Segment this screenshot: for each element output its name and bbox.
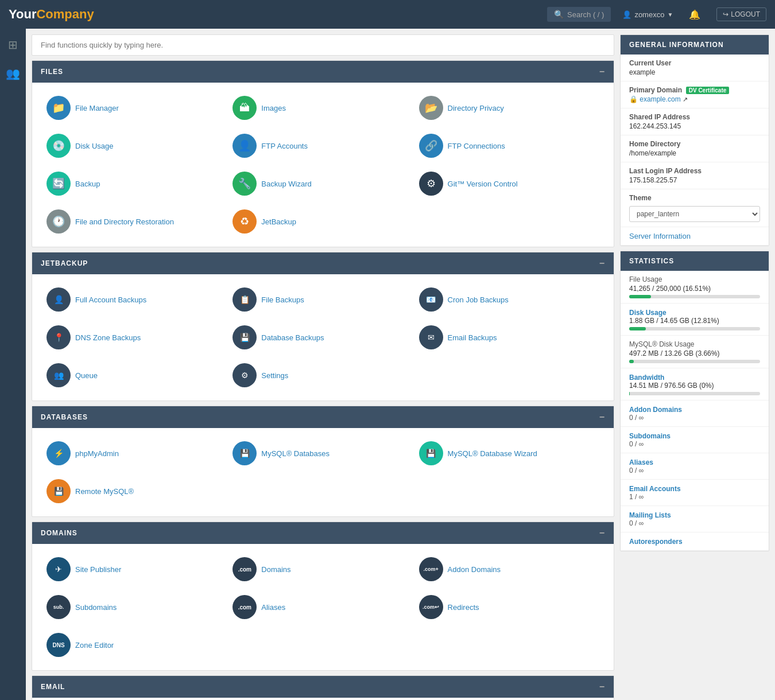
jetbackup-collapse-icon[interactable]: − [599, 258, 605, 269]
list-item[interactable]: .com+ Addon Domains [416, 553, 602, 586]
list-item[interactable]: 💾 MySQL® Database Wizard [416, 437, 602, 470]
list-item[interactable]: DNS Zone Editor [44, 628, 230, 662]
theme-select[interactable]: paper_lantern [629, 206, 760, 222]
logout-button[interactable]: ↪ LOGOUT [716, 7, 766, 21]
list-item[interactable]: 🔄 Backup [44, 167, 230, 200]
user-menu[interactable]: 👤 zomexco ▼ [622, 10, 673, 19]
dv-certificate-link[interactable]: DV Certificate [686, 87, 730, 94]
ftp-accounts-link[interactable]: FTP Accounts [261, 142, 308, 150]
list-item[interactable]: 👤 FTP Accounts [230, 129, 416, 162]
domains-collapse-icon[interactable]: − [599, 528, 605, 538]
primary-domain-label: Primary Domain DV Certificate [629, 86, 760, 94]
shared-ip-row: Shared IP Address 162.244.253.145 [621, 108, 769, 135]
list-item[interactable]: 👥 Queue [44, 359, 230, 392]
phpmyadmin-link[interactable]: phpMyAdmin [75, 449, 119, 458]
directory-privacy-link[interactable]: Directory Privacy [448, 104, 504, 112]
list-item[interactable]: ⚙ Settings [230, 359, 416, 392]
file-backups-link[interactable]: File Backups [261, 295, 304, 304]
files-collapse-icon[interactable]: − [599, 67, 605, 77]
domain-link[interactable]: example.com [640, 95, 680, 103]
zone-editor-link[interactable]: Zone Editor [75, 641, 114, 650]
database-backups-link[interactable]: Database Backups [261, 333, 324, 342]
autoresponders-stat-link[interactable]: Autoresponders [629, 538, 683, 546]
list-item[interactable]: ✉ Email Backups [416, 321, 602, 354]
images-link[interactable]: Images [261, 104, 286, 112]
statistics-header: STATISTICS [621, 251, 769, 271]
mysql-wizard-link[interactable]: MySQL® Database Wizard [448, 449, 537, 458]
theme-label: Theme [629, 194, 760, 202]
subdomains-stat-link[interactable]: Subdomains [629, 432, 671, 440]
list-item[interactable]: 📂 Directory Privacy [416, 91, 602, 125]
git-link[interactable]: Git™ Version Control [448, 180, 518, 188]
list-item[interactable]: ♻ JetBackup [230, 205, 416, 238]
domains-link[interactable]: Domains [261, 565, 290, 574]
email-backups-link[interactable]: Email Backups [448, 333, 497, 342]
jetbackup-section-header[interactable]: JETBACKUP − [32, 252, 614, 274]
aliases-stat-link[interactable]: Aliases [629, 458, 653, 466]
domains-section-header[interactable]: DOMAINS − [32, 522, 614, 544]
list-item[interactable]: 💾 Remote MySQL® [44, 475, 230, 508]
addon-domains-link[interactable]: Addon Domains [448, 565, 501, 574]
databases-section-header[interactable]: DATABASES − [32, 406, 614, 428]
search-box[interactable]: 🔍 Search ( / ) [547, 7, 611, 22]
list-item[interactable]: sub. Subdomains [44, 590, 230, 624]
mailing-lists-stat-link[interactable]: Mailing Lists [629, 511, 671, 519]
list-item[interactable]: 🕐 File and Directory Restoration [44, 205, 230, 238]
file-manager-link[interactable]: File Manager [75, 104, 119, 112]
list-item[interactable]: .com Domains [230, 553, 416, 586]
site-publisher-link[interactable]: Site Publisher [75, 565, 121, 574]
user-icon: 👤 [622, 10, 631, 19]
list-item[interactable]: 💾 MySQL® Databases [230, 437, 416, 470]
jetbackup-link[interactable]: JetBackup [261, 217, 296, 226]
bandwidth-link[interactable]: Bandwidth [629, 374, 664, 382]
list-item[interactable]: 📁 File Manager [44, 91, 230, 125]
list-item[interactable]: .com Aliases [230, 590, 416, 624]
email-section-header[interactable]: EMAIL − [32, 676, 614, 698]
disk-usage-link[interactable]: Disk Usage [75, 142, 113, 150]
quick-search-input[interactable] [41, 41, 605, 49]
list-item[interactable]: 🔗 FTP Connections [416, 129, 602, 162]
files-section-header[interactable]: FILES − [32, 61, 614, 83]
list-item[interactable]: 👤 Full Account Backups [44, 283, 230, 316]
subdomains-link[interactable]: Subdomains [75, 603, 117, 612]
site-publisher-icon: ✈ [46, 557, 71, 581]
backup-link[interactable]: Backup [75, 180, 100, 188]
remote-mysql-link[interactable]: Remote MySQL® [75, 487, 134, 496]
dns-zone-backups-icon: 📍 [46, 325, 71, 349]
mysql-databases-link[interactable]: MySQL® Databases [261, 449, 330, 458]
redirects-link[interactable]: Redirects [448, 603, 479, 612]
dns-zone-backups-link[interactable]: DNS Zone Backups [75, 333, 141, 342]
list-item[interactable]: 🏔 Images [230, 91, 416, 125]
list-item[interactable]: ⚙ Git™ Version Control [416, 167, 602, 200]
backup-wizard-link[interactable]: Backup Wizard [261, 180, 311, 188]
server-info-link[interactable]: Server Information [621, 227, 769, 246]
sidebar-grid-icon[interactable]: ⊞ [3, 34, 23, 55]
disk-usage-link[interactable]: Disk Usage [629, 309, 666, 317]
list-item[interactable]: 📋 File Backups [230, 283, 416, 316]
databases-collapse-icon[interactable]: − [599, 412, 605, 422]
file-restore-link[interactable]: File and Directory Restoration [75, 217, 174, 226]
list-item[interactable]: 📍 DNS Zone Backups [44, 321, 230, 354]
file-manager-icon: 📁 [46, 96, 71, 120]
list-item[interactable]: ✈ Site Publisher [44, 553, 230, 586]
bell-icon[interactable]: 🔔 [689, 9, 700, 20]
list-item[interactable]: .com↩ Redirects [416, 590, 602, 624]
email-collapse-icon[interactable]: − [599, 682, 605, 692]
list-item[interactable]: 🔧 Backup Wizard [230, 167, 416, 200]
list-item[interactable]: 💿 Disk Usage [44, 129, 230, 162]
list-item[interactable]: 💾 Database Backups [230, 321, 416, 354]
bandwidth-row: Bandwidth 14.51 MB / 976.56 GB (0%) [621, 368, 769, 400]
subdomains-count: 0 / ∞ [629, 440, 760, 448]
settings-link[interactable]: Settings [261, 371, 288, 380]
list-item[interactable]: 📧 Cron Job Backups [416, 283, 602, 316]
addon-domains-stat-link[interactable]: Addon Domains [629, 406, 682, 414]
aliases-link[interactable]: Aliases [261, 603, 285, 612]
full-account-backups-link[interactable]: Full Account Backups [75, 295, 146, 304]
ftp-connections-link[interactable]: FTP Connections [448, 142, 505, 150]
bandwidth-bar-fill [629, 392, 630, 395]
sidebar-users-icon[interactable]: 👥 [3, 63, 23, 83]
cron-job-backups-link[interactable]: Cron Job Backups [448, 295, 509, 304]
list-item[interactable]: ⚡ phpMyAdmin [44, 437, 230, 470]
queue-link[interactable]: Queue [75, 371, 98, 380]
email-accounts-stat-link[interactable]: Email Accounts [629, 485, 681, 493]
